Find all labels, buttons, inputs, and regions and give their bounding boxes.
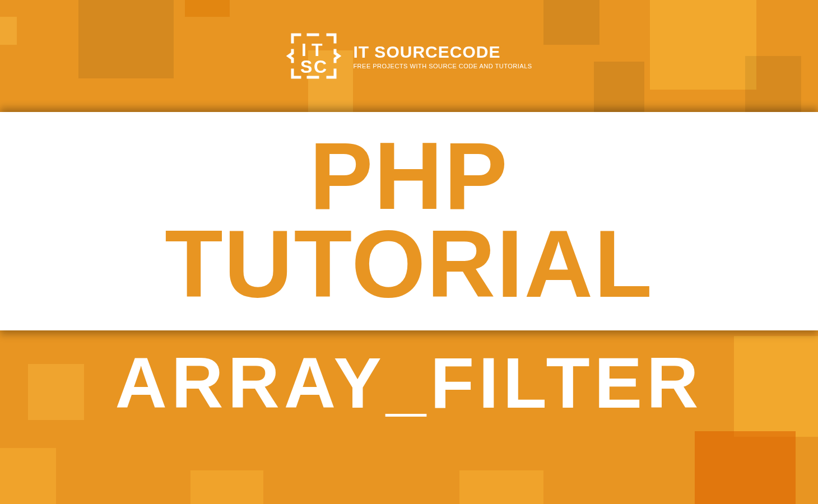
subtopic-text: ARRAY_FILTER — [0, 342, 818, 424]
headline-line2: TUTORIAL — [165, 219, 653, 310]
logo-text-block: IT SOURCECODE FREE PROJECTS WITH SOURCE … — [353, 43, 532, 69]
bg-square — [0, 448, 56, 504]
headline-band: PHP TUTORIAL — [0, 112, 818, 330]
svg-text:C: C — [314, 57, 327, 77]
svg-text:S: S — [300, 57, 312, 77]
bg-square — [695, 431, 796, 504]
bg-square — [190, 470, 263, 504]
bg-square — [185, 0, 230, 17]
subtopic-band: ARRAY_FILTER — [0, 342, 818, 424]
bg-square — [459, 470, 543, 504]
logo-subtitle: FREE PROJECTS WITH SOURCE CODE AND TUTOR… — [353, 63, 532, 69]
headline-line1: PHP — [309, 133, 509, 219]
header: I T S C IT SOURCECODE FREE PROJECTS WITH… — [0, 28, 818, 84]
logo-icon: I T S C — [286, 28, 342, 84]
logo-title: IT SOURCECODE — [353, 43, 532, 62]
